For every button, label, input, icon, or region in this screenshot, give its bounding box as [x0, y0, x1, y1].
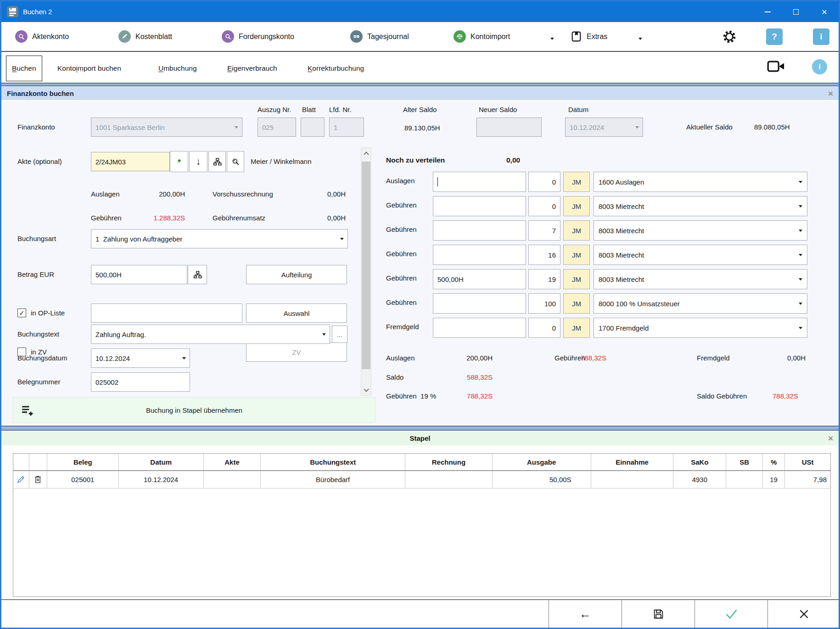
zv-button[interactable]: ZV	[246, 343, 347, 362]
buchungstext-more-button[interactable]: ...	[332, 326, 347, 343]
stapel-close-icon[interactable]: ×	[828, 433, 833, 444]
column-header[interactable]: USt	[785, 454, 830, 470]
tab-korrekturbuchung[interactable]: Korrekturbuchung	[302, 56, 370, 81]
save-button[interactable]	[622, 600, 694, 628]
konto-select[interactable]: 8003 Mietrecht	[594, 196, 807, 216]
column-header[interactable]: Datum	[119, 454, 204, 470]
extras-dropdown-caret[interactable]	[638, 38, 642, 42]
balance-value: 0,00H	[277, 214, 346, 222]
jm-button[interactable]: JM	[563, 196, 590, 216]
percent-input[interactable]: 7	[528, 220, 560, 241]
jm-button[interactable]: JM	[563, 318, 590, 338]
toolbar-item-kostenblatt[interactable]: Kostenblatt	[118, 22, 172, 51]
column-header[interactable]: Ausgabe	[493, 454, 591, 470]
panel-close-icon[interactable]: ×	[828, 89, 833, 99]
scroll-up-icon[interactable]	[361, 148, 371, 158]
confirm-button[interactable]	[694, 600, 767, 628]
settings-gear-icon[interactable]	[722, 29, 737, 46]
betrag-input[interactable]: 500,00H	[91, 265, 187, 284]
maximize-button[interactable]	[782, 1, 810, 22]
toolbar-item-forderungskonto[interactable]: Forderungskonto	[222, 22, 294, 51]
form-scrollbar[interactable]	[361, 147, 371, 396]
percent-input[interactable]: 0	[528, 318, 560, 338]
percent-input[interactable]: 0	[528, 172, 560, 192]
toolbar-item-tagesjournal[interactable]: Tagesjournal	[350, 22, 409, 51]
help-button[interactable]: ?	[766, 28, 783, 45]
info-button[interactable]: i	[813, 28, 829, 45]
info-circle-badge[interactable]: i	[812, 59, 827, 74]
column-header[interactable]: Einnahme	[591, 454, 674, 470]
column-header[interactable]: %	[763, 454, 785, 470]
betrag-split-button[interactable]	[188, 265, 207, 284]
scrollbar-thumb[interactable]	[362, 162, 370, 369]
buchungstext-select[interactable]: Zahlung Auftrag.	[91, 325, 330, 344]
konto-select[interactable]: 8003 Mietrecht	[594, 220, 807, 241]
konto-select[interactable]: 1700 Fremdgeld	[594, 318, 807, 338]
column-header[interactable]: Buchungstext	[261, 454, 405, 470]
toolbar-item-aktenkonto[interactable]: Aktenkonto	[15, 22, 69, 51]
splitter-middle[interactable]	[1, 426, 839, 431]
auswahl-button[interactable]: Auswahl	[246, 303, 347, 323]
amount-input[interactable]	[433, 245, 526, 265]
jm-button[interactable]: JM	[563, 245, 590, 265]
lfd-nr-field[interactable]: 1	[329, 118, 364, 137]
column-header[interactable]: Beleg	[47, 454, 119, 470]
percent-input[interactable]: 100	[528, 293, 560, 314]
column-header[interactable]: SB	[726, 454, 763, 470]
konto-select[interactable]: 8003 Mietrecht	[594, 269, 807, 289]
scroll-down-icon[interactable]	[361, 385, 371, 395]
cancel-button[interactable]	[767, 600, 840, 628]
finanzkonto-select[interactable]: 1001 Sparkasse Berlin	[91, 118, 242, 137]
tab-kontoimport-buchen[interactable]: Kontoimport buchen	[52, 56, 127, 81]
column-header[interactable]: SaKo	[673, 454, 726, 470]
konto-select[interactable]: 1600 Auslagen	[594, 172, 807, 192]
op-liste-input[interactable]	[91, 303, 242, 323]
akte-search-button[interactable]	[227, 151, 244, 172]
video-camera-icon[interactable]	[767, 60, 785, 74]
minimize-button[interactable]	[753, 1, 782, 22]
jm-button[interactable]: JM	[563, 220, 590, 241]
toolbar-item-extras[interactable]: Extras	[571, 22, 607, 51]
buchungsart-select[interactable]: 1 Zahlung von Auftraggeber	[91, 229, 348, 248]
chevron-down-icon	[235, 126, 238, 130]
jm-button[interactable]: JM	[563, 293, 590, 314]
neuer-saldo-field[interactable]	[476, 118, 542, 137]
akte-input[interactable]: 2/24JM03	[91, 152, 170, 171]
aufteilung-button[interactable]: Aufteilung	[246, 265, 347, 284]
amount-input[interactable]: 500,00H	[433, 269, 526, 289]
tab-umbuchung[interactable]: Umbuchung	[153, 56, 202, 81]
amount-input[interactable]	[433, 293, 526, 314]
akte-down-arrow-button[interactable]: ↓	[189, 151, 207, 172]
column-header[interactable]: Akte	[204, 454, 261, 470]
konto-select[interactable]: 8003 Mietrecht	[594, 245, 807, 265]
percent-input[interactable]: 19	[528, 269, 560, 289]
buchung-in-stapel-button[interactable]: Buchung in Stapel übernehmen	[13, 397, 375, 423]
belegnummer-input[interactable]: 025002	[91, 372, 190, 392]
konto-select[interactable]: 8000 100 % Umsatzsteuer	[594, 293, 807, 314]
amount-input[interactable]	[433, 318, 526, 338]
amount-input[interactable]	[433, 172, 526, 192]
delete-row-button[interactable]	[29, 471, 47, 488]
stapel-table-row[interactable]: 025001 10.12.2024 Bürobedarf 50,00S 4930…	[13, 471, 830, 489]
tab-eigenverbrauch[interactable]: Eigenverbrauch	[222, 56, 283, 81]
percent-input[interactable]: 16	[528, 245, 560, 265]
amount-input[interactable]	[433, 220, 526, 241]
toolbar-item-kontoimport[interactable]: Kontoimport	[454, 22, 510, 51]
back-button[interactable]: ←	[549, 600, 622, 628]
jm-button[interactable]: JM	[563, 172, 590, 192]
jm-button[interactable]: JM	[563, 269, 590, 289]
op-liste-checkbox[interactable]: ✓	[17, 309, 26, 317]
kontoimport-dropdown-caret[interactable]	[550, 38, 554, 42]
close-button[interactable]: ×	[810, 1, 839, 22]
percent-input[interactable]: 0	[528, 196, 560, 216]
column-header[interactable]: Rechnung	[405, 454, 493, 470]
tab-buchen[interactable]: Buchen	[6, 56, 42, 81]
amount-input[interactable]	[433, 196, 526, 216]
blatt-field[interactable]	[301, 118, 325, 137]
edit-row-button[interactable]	[13, 471, 29, 488]
auszug-nr-field[interactable]: 025	[258, 118, 296, 137]
buchungsdatum-select[interactable]: 10.12.2024	[91, 348, 190, 368]
akte-pin-button[interactable]	[170, 151, 188, 172]
akte-tree-button[interactable]	[208, 151, 226, 172]
datum-select[interactable]: 10.12.2024	[565, 118, 643, 137]
